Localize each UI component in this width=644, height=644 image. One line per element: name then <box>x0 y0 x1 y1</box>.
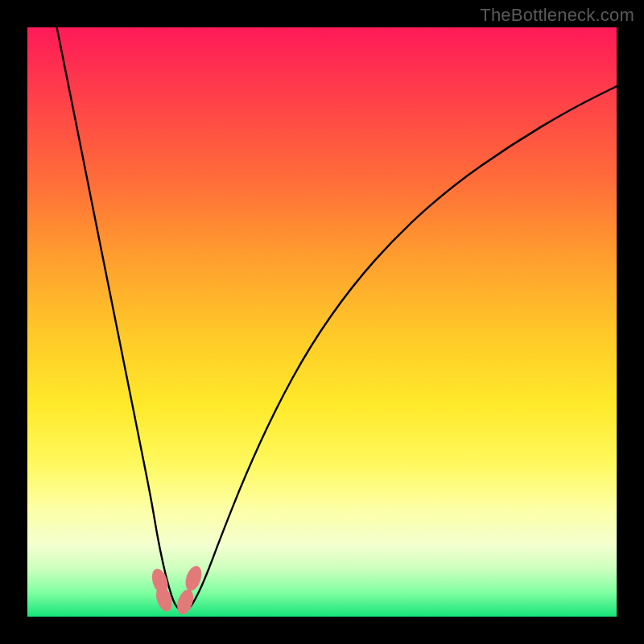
watermark-text: TheBottleneck.com <box>480 5 634 26</box>
chart-frame: TheBottleneck.com <box>0 0 644 644</box>
bottleneck-curve <box>57 27 617 611</box>
curve-layer <box>27 27 617 617</box>
plot-area <box>27 27 617 617</box>
curve-markers <box>149 564 204 616</box>
